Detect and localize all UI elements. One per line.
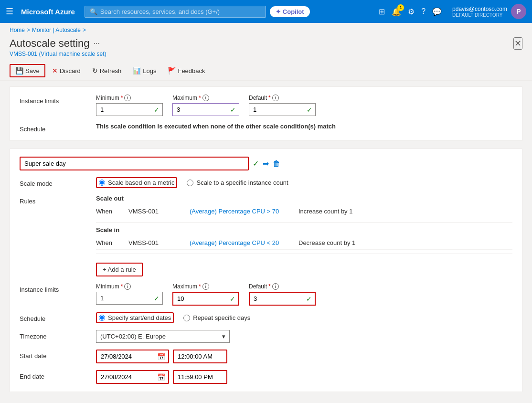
maximum-label: Maximum xyxy=(172,95,197,101)
logs-button[interactable]: 📊 Logs xyxy=(128,65,161,76)
copilot-icon: ✦ xyxy=(276,8,281,15)
scale-schedule-content: Specify start/end dates Repeat specific … xyxy=(96,312,512,323)
page-header: Autoscale setting ··· VMSS-001 (Virtual … xyxy=(0,37,532,61)
default-info-icon[interactable]: i xyxy=(272,95,279,101)
scale-max-info-icon[interactable]: i xyxy=(202,283,209,290)
name-check-icon: ✓ xyxy=(253,159,259,168)
save-button[interactable]: 💾 Save xyxy=(10,64,45,77)
specify-dates-option[interactable]: Specify start/end dates xyxy=(96,312,174,323)
required-star-def: * xyxy=(268,95,271,101)
user-info[interactable]: pdavis@contoso.com DEFAULT DIRECTORY P xyxy=(452,4,526,19)
top-navigation: ☰ Microsoft Azure 🔍 ✦ Copilot ⊞ 🔔 1 ⚙ ? … xyxy=(0,0,532,23)
minimum-input-wrap: ✓ xyxy=(96,103,163,116)
end-date-row: End date 📅 xyxy=(20,370,512,384)
minimum-label: Minimum xyxy=(96,95,119,101)
instance-limits-inputs: Minimum * i ✓ Maximum * i xyxy=(96,95,512,116)
timezone-row: Timezone (UTC+02:00) E. Europe ▾ xyxy=(20,330,512,343)
discard-icon: ✕ xyxy=(52,67,58,74)
user-email: pdavis@contoso.com xyxy=(452,6,507,12)
scale-mode-label: Scale mode xyxy=(20,177,96,187)
help-icon[interactable]: ? xyxy=(421,7,426,16)
min-limit-group: Minimum * i ✓ xyxy=(96,95,163,116)
breadcrumb-home[interactable]: Home xyxy=(10,27,25,33)
end-date-input[interactable] xyxy=(97,371,154,383)
timezone-select[interactable]: (UTC+02:00) E. Europe ▾ xyxy=(96,330,230,343)
scale-default-input[interactable] xyxy=(250,293,303,305)
scale-mode-radio-group: Scale based on a metric Scale to a speci… xyxy=(96,177,512,188)
minimum-info-icon[interactable]: i xyxy=(124,95,131,101)
settings-icon[interactable]: ⚙ xyxy=(408,7,415,16)
specify-dates-label: Specify start/end dates xyxy=(108,314,171,321)
start-date-row: Start date 📅 xyxy=(20,350,512,363)
metric-link-1[interactable]: (Average) Percentage CPU > 70 xyxy=(190,208,295,215)
schedule-radio-group: Specify start/end dates Repeat specific … xyxy=(96,312,512,323)
scale-min-info-icon[interactable]: i xyxy=(124,283,131,290)
scale-default-group: Default * i ✓ xyxy=(249,283,316,306)
scale-maximum-input[interactable] xyxy=(173,293,227,305)
minimum-input[interactable] xyxy=(96,104,151,116)
scale-min-check-icon: ✓ xyxy=(151,295,162,302)
scale-metric-radio[interactable] xyxy=(99,180,105,186)
metric-link-2[interactable]: (Average) Percentage CPU < 20 xyxy=(190,239,295,246)
repeat-days-radio[interactable] xyxy=(183,315,190,321)
refresh-button[interactable]: ↻ Refresh xyxy=(87,65,127,76)
notification-icon[interactable]: 🔔 1 xyxy=(392,7,401,16)
timezone-content: (UTC+02:00) E. Europe ▾ xyxy=(96,330,512,343)
scale-def-info-icon[interactable]: i xyxy=(272,283,279,290)
rule-row-scalein: When VMSS-001 (Average) Percentage CPU <… xyxy=(96,236,512,250)
page-title-area: Autoscale setting ··· VMSS-001 (Virtual … xyxy=(10,37,106,57)
breadcrumb-monitor[interactable]: Monitor | Autoscale xyxy=(32,27,81,33)
start-date-input-wrap: 📅 xyxy=(96,350,169,363)
notification-badge: 1 xyxy=(397,4,404,11)
scale-mode-row: Scale mode Scale based on a metric Scale… xyxy=(20,177,512,188)
navigate-condition-button[interactable]: ➡ xyxy=(263,159,269,168)
start-date-input[interactable] xyxy=(97,350,154,362)
scale-metric-option[interactable]: Scale based on a metric xyxy=(96,177,177,188)
when-label-1: When xyxy=(96,208,125,215)
feedback-nav-icon[interactable]: 💬 xyxy=(432,7,442,16)
instance-limits-label: Instance limits xyxy=(20,95,96,105)
required-star-max: * xyxy=(199,95,201,101)
maximum-input[interactable] xyxy=(173,104,227,116)
default-label: Default xyxy=(249,95,267,101)
start-date-content: 📅 xyxy=(96,350,512,363)
breadcrumb-sep1: > xyxy=(27,27,30,33)
maximum-info-icon[interactable]: i xyxy=(202,95,209,101)
feedback-button[interactable]: 🚩 Feedback xyxy=(163,65,210,76)
default-check-icon: ✓ xyxy=(304,106,315,114)
more-options-icon[interactable]: ··· xyxy=(94,39,100,48)
resource-2: VMSS-001 xyxy=(128,239,186,246)
max-limit-group: Maximum * i ✓ xyxy=(172,95,239,116)
repeat-days-option[interactable]: Repeat specific days xyxy=(183,314,250,321)
scale-card-header: ✓ ➡ 🗑 xyxy=(20,157,512,170)
scale-min-group: Minimum * i ✓ xyxy=(96,283,163,306)
scale-mode-content: Scale based on a metric Scale to a speci… xyxy=(96,177,512,188)
delete-condition-button[interactable]: 🗑 xyxy=(273,159,280,168)
search-input[interactable] xyxy=(100,8,261,15)
breadcrumb-sep2: > xyxy=(83,27,86,33)
close-button[interactable]: ✕ xyxy=(513,37,522,50)
avatar[interactable]: P xyxy=(511,4,526,19)
resource-link[interactable]: VMSS-001 xyxy=(10,51,37,57)
scale-maximum-label: Maximum xyxy=(172,283,197,290)
timezone-value: (UTC+02:00) E. Europe xyxy=(100,333,222,340)
scale-maximum-input-wrap: ✓ xyxy=(172,292,239,306)
repeat-days-label: Repeat specific days xyxy=(193,314,250,321)
scale-count-radio[interactable] xyxy=(187,180,193,186)
end-date-calendar-icon[interactable]: 📅 xyxy=(154,373,168,381)
scale-minimum-input[interactable] xyxy=(96,292,151,304)
specify-dates-radio[interactable] xyxy=(99,315,105,321)
scale-count-option[interactable]: Scale to a specific instance count xyxy=(187,179,288,186)
start-time-input[interactable] xyxy=(174,350,226,362)
portal-menu-icon[interactable]: ⊞ xyxy=(379,7,385,16)
scale-instance-limits-content: Minimum * i ✓ Maximum * i xyxy=(96,283,512,306)
default-input[interactable] xyxy=(249,104,304,116)
copilot-button[interactable]: ✦ Copilot xyxy=(270,6,310,17)
scale-condition-name-input[interactable] xyxy=(20,157,249,170)
add-rule-button[interactable]: + Add a rule xyxy=(96,263,143,276)
end-time-input[interactable] xyxy=(174,371,226,383)
hamburger-menu-icon[interactable]: ☰ xyxy=(6,6,13,17)
start-date-calendar-icon[interactable]: 📅 xyxy=(154,353,168,361)
scale-name-actions: ➡ 🗑 xyxy=(263,159,280,168)
discard-button[interactable]: ✕ Discard xyxy=(47,65,85,76)
